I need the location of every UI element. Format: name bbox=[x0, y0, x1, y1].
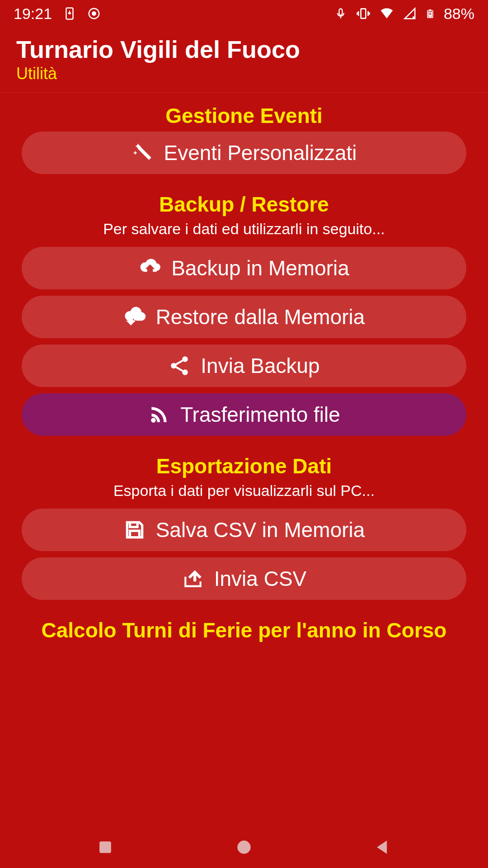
save-csv-button[interactable]: Salva CSV in Memoria bbox=[22, 509, 466, 551]
restore-memory-button[interactable]: Restore dalla Memoria bbox=[22, 296, 466, 338]
record-icon bbox=[87, 7, 101, 20]
svg-point-8 bbox=[183, 356, 188, 362]
main-content: Gestione Eventi Eventi Personalizzati Ba… bbox=[0, 93, 488, 642]
send-backup-button[interactable]: Invia Backup bbox=[22, 344, 466, 387]
svg-rect-4 bbox=[361, 9, 366, 18]
mic-icon bbox=[334, 7, 347, 20]
section-events: Gestione Eventi Eventi Personalizzati bbox=[22, 104, 466, 174]
save-csv-label: Salva CSV in Memoria bbox=[156, 518, 365, 542]
svg-point-11 bbox=[151, 418, 155, 422]
status-left: 19:21 bbox=[14, 5, 101, 23]
signal-icon bbox=[403, 7, 417, 20]
transfer-file-label: Trasferimento file bbox=[180, 402, 340, 427]
status-bar: 19:21 88% bbox=[0, 0, 488, 27]
section-backup: Backup / Restore Per salvare i dati ed u… bbox=[22, 192, 466, 436]
status-battery: 88% bbox=[444, 5, 474, 23]
send-csv-button[interactable]: Invia CSV bbox=[22, 557, 466, 600]
vibrate-icon bbox=[356, 6, 371, 21]
svg-rect-12 bbox=[99, 841, 111, 853]
send-backup-label: Invia Backup bbox=[201, 354, 319, 378]
download-icon bbox=[63, 7, 76, 20]
backup-memory-button[interactable]: Backup in Memoria bbox=[22, 247, 466, 289]
cloud-upload-icon bbox=[139, 257, 161, 279]
home-button[interactable] bbox=[234, 837, 254, 857]
back-button[interactable] bbox=[373, 837, 393, 857]
cloud-download-icon bbox=[123, 306, 146, 328]
custom-events-label: Eventi Personalizzati bbox=[164, 141, 357, 165]
wand-icon bbox=[131, 142, 154, 164]
partial-section-title: Calcolo Turni di Ferie per l'anno in Cor… bbox=[22, 618, 466, 642]
export-icon bbox=[182, 567, 204, 590]
app-subtitle: Utilità bbox=[16, 64, 472, 83]
battery-icon bbox=[426, 6, 435, 21]
svg-point-9 bbox=[171, 363, 177, 369]
svg-point-10 bbox=[183, 369, 188, 375]
section-export: Esportazione Dati Esporta i dati per vis… bbox=[22, 454, 466, 600]
svg-rect-3 bbox=[339, 9, 342, 15]
navigation-bar bbox=[0, 826, 488, 868]
section-desc-backup: Per salvare i dati ed utilizzarli in seg… bbox=[22, 220, 466, 238]
section-title-events: Gestione Eventi bbox=[22, 104, 466, 128]
section-title-export: Esportazione Dati bbox=[22, 454, 466, 478]
section-desc-export: Esporta i dati per visualizzarli sul PC.… bbox=[22, 482, 466, 500]
custom-events-button[interactable]: Eventi Personalizzati bbox=[22, 132, 466, 174]
app-title: Turnario Vigili del Fuoco bbox=[16, 35, 472, 63]
backup-memory-label: Backup in Memoria bbox=[171, 256, 349, 280]
status-right: 88% bbox=[334, 5, 474, 23]
transfer-file-button[interactable]: Trasferimento file bbox=[22, 393, 466, 436]
restore-memory-label: Restore dalla Memoria bbox=[156, 305, 365, 329]
svg-point-2 bbox=[92, 12, 96, 15]
wifi-icon bbox=[380, 6, 394, 21]
save-icon bbox=[123, 519, 146, 541]
svg-point-13 bbox=[237, 840, 250, 854]
section-title-backup: Backup / Restore bbox=[22, 192, 466, 217]
svg-rect-6 bbox=[429, 9, 431, 10]
app-header: Turnario Vigili del Fuoco Utilità bbox=[0, 27, 488, 93]
status-time: 19:21 bbox=[14, 5, 52, 23]
send-csv-label: Invia CSV bbox=[214, 566, 307, 591]
recent-apps-button[interactable] bbox=[95, 837, 115, 857]
rss-icon bbox=[148, 403, 170, 426]
share-icon bbox=[168, 354, 191, 377]
